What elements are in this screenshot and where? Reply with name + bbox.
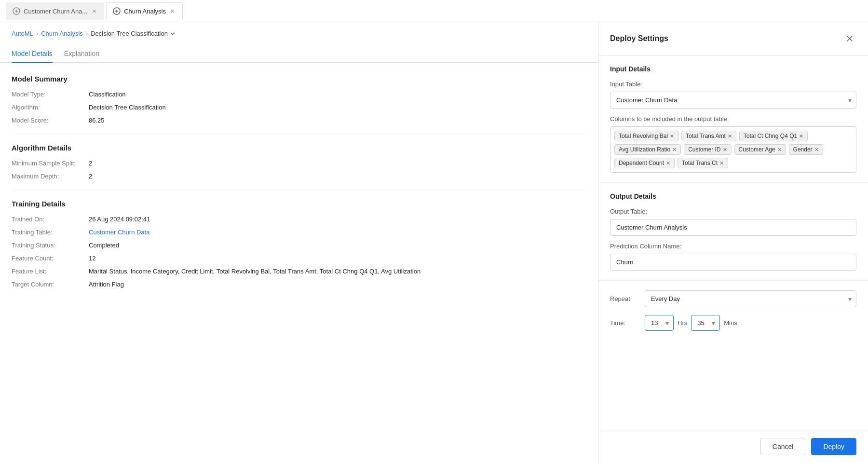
- content-tabs: Model Details Explanation: [0, 45, 598, 63]
- tag-remove-btn[interactable]: ✕: [723, 147, 727, 152]
- column-tag: Gender✕: [789, 144, 823, 155]
- column-tag: Avg Utilization Ratio✕: [614, 144, 681, 155]
- cancel-button[interactable]: Cancel: [760, 438, 806, 455]
- tab-label-2: Churn Analysis: [124, 8, 166, 15]
- deploy-close-button[interactable]: [843, 32, 856, 45]
- divider-1: [12, 134, 586, 134]
- column-tag: Total Revolving Bal✕: [614, 131, 678, 141]
- breadcrumb-model[interactable]: Decision Tree Classification: [91, 30, 176, 37]
- time-select-wrapper: 0001020304050607080910111213141516171819…: [645, 315, 737, 331]
- mins-select[interactable]: 000510152025303540455055: [691, 315, 720, 331]
- input-details-title: Input Details: [610, 65, 856, 73]
- tab-churn-analysis[interactable]: Churn Analysis ✕: [106, 2, 183, 20]
- input-details-section: Input Details Input Table: Customer Chur…: [598, 55, 868, 183]
- tag-remove-btn[interactable]: ✕: [666, 161, 670, 166]
- tab-label-1: Customer Churn Ana...: [24, 8, 87, 15]
- time-row: Time: 0001020304050607080910111213141516…: [610, 315, 856, 331]
- detail-feature-list: Feature List: Marital Status, Income Cat…: [12, 268, 586, 275]
- input-table-select[interactable]: Customer Churn Data: [610, 92, 856, 109]
- output-details-title: Output Details: [610, 192, 856, 200]
- tag-remove-btn[interactable]: ✕: [814, 147, 819, 152]
- tab-bar: Customer Churn Ana... ✕ Churn Analysis ✕: [0, 0, 868, 22]
- model-content: Model Summary Model Type: Classification…: [0, 63, 598, 305]
- detail-algorithm: Algorithm: Decision Tree Classification: [12, 104, 586, 111]
- prediction-col-input[interactable]: [610, 254, 856, 271]
- training-table-link[interactable]: Customer Churn Data: [89, 229, 149, 236]
- tag-remove-btn[interactable]: ✕: [719, 161, 724, 166]
- detail-model-score: Model Score: 86.25: [12, 117, 586, 124]
- breadcrumb-sep-1: ›: [36, 30, 38, 37]
- detail-training-status: Training Status: Completed: [12, 242, 586, 249]
- breadcrumb: AutoML › Churn Analysis › Decision Tree …: [0, 22, 598, 45]
- tag-remove-btn[interactable]: ✕: [670, 134, 674, 139]
- column-tag: Total Ct Chng Q4 Q1✕: [739, 131, 808, 141]
- tab-icon-2: [112, 7, 121, 15]
- detail-max-depth: Maximum Depth: 2: [12, 173, 586, 180]
- column-tag: Total Trans Amt✕: [681, 131, 736, 141]
- detail-trained-on: Trained On: 26 Aug 2024 09:02:41: [12, 216, 586, 223]
- left-panel: AutoML › Churn Analysis › Decision Tree …: [0, 22, 598, 463]
- deploy-settings-panel: Deploy Settings Input Details Input Tabl…: [598, 22, 868, 463]
- repeat-select[interactable]: Every DayEvery WeekEvery Month: [645, 290, 856, 307]
- columns-label: Columns to be included in the output tab…: [610, 115, 856, 123]
- tab-model-details[interactable]: Model Details: [12, 45, 53, 63]
- hours-select[interactable]: 0001020304050607080910111213141516171819…: [645, 315, 674, 331]
- time-label: Time:: [610, 319, 639, 327]
- divider-2: [12, 190, 586, 190]
- repeat-select-wrapper: Every DayEvery WeekEvery Month ▾: [645, 290, 856, 307]
- detail-min-sample: Minimum Sample Split: 2: [12, 160, 586, 167]
- hours-select-wrapper: 0001020304050607080910111213141516171819…: [645, 315, 674, 331]
- column-tag: Total Trans Ct✕: [678, 158, 728, 168]
- tab-close-2[interactable]: ✕: [169, 7, 176, 15]
- deploy-footer: Cancel Deploy: [598, 430, 868, 463]
- tab-explanation[interactable]: Explanation: [64, 45, 99, 63]
- column-tag: Dependent Count✕: [614, 158, 675, 168]
- input-table-label: Input Table:: [610, 81, 856, 88]
- deploy-header: Deploy Settings: [598, 22, 868, 55]
- output-table-label: Output Table:: [610, 208, 856, 215]
- tag-remove-btn[interactable]: ✕: [799, 134, 803, 139]
- detail-target-column: Target Column: Attrition Flag: [12, 281, 586, 288]
- tag-remove-btn[interactable]: ✕: [672, 147, 677, 152]
- column-tag: Customer Age✕: [734, 144, 786, 155]
- tab-icon-1: [12, 7, 21, 15]
- schedule-section: Repeat Every DayEvery WeekEvery Month ▾ …: [598, 281, 868, 348]
- output-table-input[interactable]: [610, 219, 856, 236]
- tags-container: Total Revolving Bal✕Total Trans Amt✕Tota…: [610, 126, 856, 173]
- column-tag: Customer ID✕: [684, 144, 731, 155]
- tab-close-1[interactable]: ✕: [90, 7, 98, 15]
- main-container: AutoML › Churn Analysis › Decision Tree …: [0, 22, 868, 463]
- deploy-body: Input Details Input Table: Customer Chur…: [598, 55, 868, 430]
- breadcrumb-churn-analysis[interactable]: Churn Analysis: [41, 30, 83, 37]
- repeat-label: Repeat: [610, 295, 639, 302]
- mins-select-wrapper: 000510152025303540455055 ▾: [691, 315, 720, 331]
- mins-unit: Mins: [724, 319, 737, 327]
- tag-remove-btn[interactable]: ✕: [777, 147, 782, 152]
- detail-model-type: Model Type: Classification: [12, 91, 586, 98]
- training-details-title: Training Details: [12, 200, 586, 208]
- input-table-select-wrapper: Customer Churn Data ▾: [610, 92, 856, 109]
- prediction-col-label: Prediction Column Name:: [610, 243, 856, 250]
- detail-training-table: Training Table: Customer Churn Data: [12, 229, 586, 236]
- model-summary-title: Model Summary: [12, 75, 586, 83]
- detail-feature-count: Feature Count: 12: [12, 255, 586, 262]
- deploy-title: Deploy Settings: [610, 34, 668, 43]
- repeat-row: Repeat Every DayEvery WeekEvery Month ▾: [610, 290, 856, 307]
- deploy-button[interactable]: Deploy: [811, 438, 856, 455]
- hrs-unit: Hrs: [678, 319, 687, 327]
- tag-remove-btn[interactable]: ✕: [728, 134, 732, 139]
- output-details-section: Output Details Output Table: Prediction …: [598, 183, 868, 281]
- breadcrumb-automl[interactable]: AutoML: [12, 30, 33, 37]
- algorithm-details-title: Algorithm Details: [12, 144, 586, 152]
- breadcrumb-sep-2: ›: [86, 30, 88, 37]
- tab-customer-churn[interactable]: Customer Churn Ana... ✕: [6, 2, 104, 20]
